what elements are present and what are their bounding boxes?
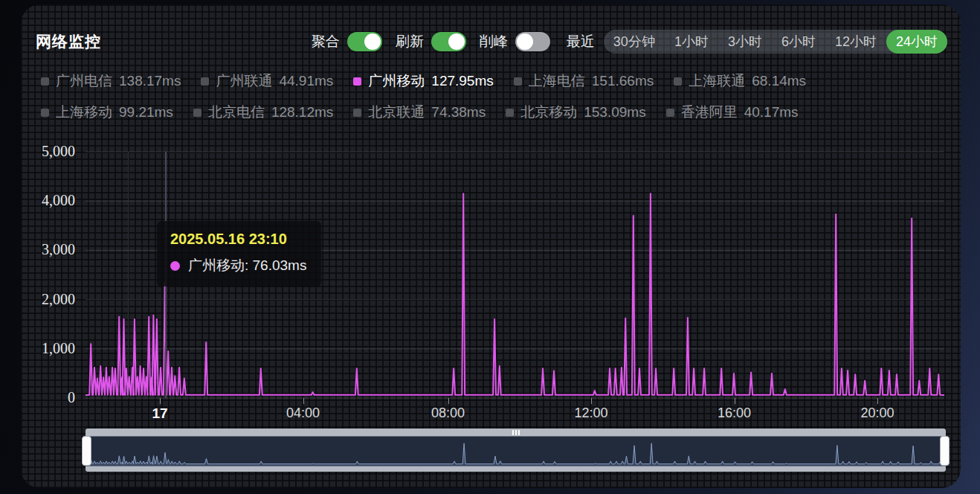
legend-item[interactable]: 香港阿里40.17ms (666, 103, 799, 122)
x-axis-tick (160, 398, 161, 404)
legend-marker-icon (41, 77, 49, 86)
legend-series-name: 上海电信 (529, 71, 585, 91)
legend-marker-icon (674, 77, 682, 86)
toggle-group: 聚合刷新削峰 (312, 32, 550, 51)
series-dot-icon (170, 261, 180, 271)
legend-item[interactable]: 北京移动153.09ms (506, 103, 645, 122)
legend-item[interactable]: 北京联通74.38ms (353, 103, 486, 122)
x-axis-tick (877, 398, 878, 404)
range-button-24h[interactable]: 24小时 (886, 30, 947, 54)
legend-item[interactable]: 上海移动99.21ms (41, 103, 173, 122)
datazoom-right-handle[interactable] (940, 436, 950, 466)
tooltip-series-value: 广州移动: 76.03ms (188, 256, 306, 275)
legend-series-value: 138.17ms (119, 73, 181, 89)
mini-chart-line (86, 443, 946, 464)
tooltip-date: 2025.05.16 23:10 (170, 231, 306, 248)
mini-chart-area (86, 443, 946, 466)
legend-series-value: 151.66ms (592, 73, 654, 89)
legend-item[interactable]: 上海电信151.66ms (514, 71, 654, 91)
legend-item[interactable]: 上海联通68.14ms (674, 71, 806, 91)
vertical-gridline (128, 152, 129, 398)
legend: 广州电信138.17ms广州联通44.91ms广州移动127.95ms上海电信1… (21, 70, 961, 132)
range-label: 最近 (567, 32, 595, 51)
legend-marker-icon (201, 77, 209, 86)
x-axis-label: 04:00 (286, 405, 320, 421)
legend-row: 上海移动99.21ms北京电信128.12ms北京联通74.38ms北京移动15… (41, 101, 961, 124)
legend-series-value: 153.09ms (584, 104, 645, 121)
x-axis-label: 08:00 (431, 405, 465, 421)
x-axis-label: 17 (152, 405, 168, 422)
x-axis-label: 12:00 (574, 405, 607, 421)
chart-tooltip: 2025.05.16 23:10 广州移动: 76.03ms (157, 221, 321, 286)
range-button-3h[interactable]: 3小时 (718, 30, 772, 54)
page-title: 网络监控 (36, 31, 101, 52)
peak-shaving-toggle-label: 削峰 (480, 32, 508, 51)
range-button-1h[interactable]: 1小时 (665, 30, 718, 54)
x-axis-label: 16:00 (718, 405, 751, 421)
grip-icon (512, 430, 514, 435)
x-axis-tick (735, 398, 735, 404)
peak-shaving-toggle[interactable] (515, 32, 550, 51)
legend-marker-icon (41, 109, 49, 117)
legend-item[interactable]: 广州移动127.95ms (353, 71, 493, 91)
y-axis-label: 0 (14, 389, 75, 406)
legend-series-name: 广州电信 (56, 71, 112, 91)
datazoom-track[interactable] (86, 436, 946, 466)
tooltip-series-row: 广州移动: 76.03ms (170, 256, 306, 275)
legend-item[interactable]: 北京电信128.12ms (193, 103, 333, 122)
legend-item[interactable]: 广州联通44.91ms (201, 71, 333, 91)
refresh-toggle-label: 刷新 (396, 32, 424, 51)
datazoom-mini-chart (86, 436, 946, 466)
legend-series-value: 99.21ms (119, 104, 173, 121)
range-button-30m[interactable]: 30分钟 (604, 30, 665, 54)
legend-series-name: 北京联通 (368, 103, 425, 122)
grip-icon (515, 430, 517, 435)
legend-series-value: 74.38ms (431, 104, 486, 121)
toggle-knob (448, 33, 465, 50)
range-button-12h[interactable]: 12小时 (825, 30, 886, 54)
time-range-group: 30分钟1小时3小时6小时12小时24小时 (604, 30, 947, 54)
legend-series-value: 44.91ms (279, 73, 333, 89)
legend-marker-icon (666, 109, 674, 117)
y-axis-label: 3,000 (14, 241, 75, 258)
toggle-knob (517, 33, 533, 50)
legend-series-name: 上海移动 (56, 103, 112, 122)
aggregate-toggle-label: 聚合 (312, 32, 340, 51)
refresh-toggle-item: 刷新 (396, 32, 466, 51)
aggregate-toggle[interactable] (347, 32, 382, 51)
legend-marker-icon (506, 109, 514, 117)
datazoom-left-handle[interactable] (82, 436, 91, 466)
y-axis-label: 1,000 (14, 340, 75, 357)
legend-series-name: 上海联通 (689, 71, 745, 91)
legend-series-value: 128.12ms (271, 104, 333, 121)
legend-series-name: 广州移动 (368, 71, 425, 91)
datazoom-bottom-bar (86, 466, 946, 472)
chart-area[interactable]: 2025.05.16 23:10 广州移动: 76.03ms 01,0002,0… (86, 152, 944, 398)
datazoom-slider (86, 429, 946, 472)
legend-series-value: 40.17ms (744, 104, 799, 121)
datazoom-move-handle[interactable] (86, 429, 946, 436)
toggle-knob (364, 33, 381, 50)
legend-row: 广州电信138.17ms广州联通44.91ms广州移动127.95ms上海电信1… (41, 70, 961, 92)
legend-series-name: 香港阿里 (681, 103, 738, 122)
legend-series-value: 68.14ms (752, 73, 806, 89)
x-axis-tick (303, 398, 304, 404)
refresh-toggle[interactable] (431, 32, 466, 51)
range-button-6h[interactable]: 6小时 (772, 30, 825, 54)
x-axis-tick (591, 398, 592, 404)
peak-shaving-toggle-item: 削峰 (480, 32, 550, 51)
y-axis-label: 4,000 (14, 192, 75, 209)
y-axis-label: 2,000 (14, 291, 75, 308)
legend-series-name: 北京电信 (208, 103, 265, 122)
legend-item[interactable]: 广州电信138.17ms (41, 71, 181, 91)
legend-marker-icon (514, 77, 522, 86)
x-axis-label: 20:00 (860, 405, 894, 421)
legend-series-name: 北京移动 (520, 103, 577, 122)
aggregate-toggle-item: 聚合 (312, 32, 382, 51)
legend-series-value: 127.95ms (431, 73, 493, 89)
y-axis-label: 5,000 (14, 143, 75, 160)
x-axis-tick (448, 398, 449, 404)
grip-icon (518, 430, 520, 435)
legend-series-name: 广州联通 (216, 71, 272, 91)
legend-marker-icon (353, 77, 361, 86)
